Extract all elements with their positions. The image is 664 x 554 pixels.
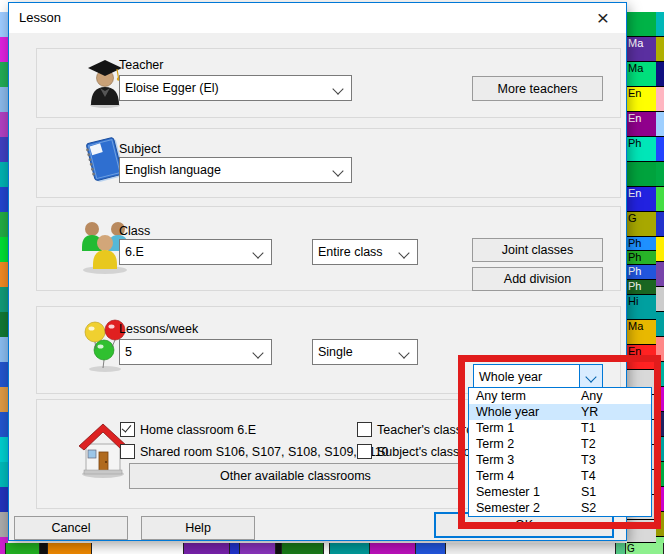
dialog-titlebar: Lesson × <box>9 3 626 33</box>
term-combobox[interactable]: Whole year <box>473 364 603 389</box>
timetable-cell <box>416 543 446 554</box>
timetable-cell <box>0 137 8 162</box>
timetable-cell <box>656 387 664 412</box>
timetable-cell <box>0 487 8 512</box>
term-option-t1[interactable]: Term 1T1 <box>469 420 651 436</box>
timetable-cell: Ph <box>627 280 656 295</box>
timetable-cell <box>0 512 8 537</box>
timetable-cell <box>0 387 8 412</box>
other-classrooms-button[interactable]: Other available classrooms <box>129 463 462 489</box>
subject-combobox[interactable]: English language <box>119 157 352 183</box>
timetable-cell <box>0 12 8 37</box>
teacher-combobox[interactable]: Eloise Egger (El) <box>119 75 352 101</box>
timetable-cell <box>0 287 8 312</box>
timetable-cell <box>656 12 664 37</box>
timetable-cell <box>446 543 616 554</box>
subject-section: Subject English language <box>36 128 621 198</box>
timetable-cell <box>240 543 276 554</box>
term-option-t3[interactable]: Term 3T3 <box>469 452 651 468</box>
class-label: Class <box>119 224 150 238</box>
timetable-cell <box>0 87 8 112</box>
timetable-cell <box>6 543 40 554</box>
timetable-cell <box>0 237 8 262</box>
term-option-t4[interactable]: Term 4T4 <box>469 468 651 484</box>
timetable-cell <box>0 187 8 212</box>
joint-classes-button[interactable]: Joint classes <box>472 238 603 262</box>
timetable-cell <box>0 162 8 187</box>
class-scope-combobox[interactable]: Entire class <box>312 239 418 265</box>
timetable-cell <box>0 37 8 62</box>
term-option-s2[interactable]: Semester 2S2 <box>469 500 651 516</box>
lessons-label: Lessons/week <box>119 322 198 336</box>
timetable-cell <box>656 37 664 62</box>
shared-room-checkbox[interactable] <box>120 444 135 459</box>
teacher-label: Teacher <box>119 58 163 72</box>
timetable-cell <box>0 337 8 362</box>
more-teachers-button[interactable]: More teachers <box>472 76 603 101</box>
timetable-cell <box>230 543 240 554</box>
term-dropdown-list: Any termAnyWhole yearYRTerm 1T1Term 2T2T… <box>468 387 652 517</box>
subjects-classrooms-checkbox[interactable] <box>357 444 372 459</box>
class-combobox[interactable]: 6.E <box>119 239 272 265</box>
timetable-cell <box>627 12 656 37</box>
timetable-cell <box>656 137 664 162</box>
teachers-classrooms-checkbox[interactable] <box>357 422 372 437</box>
timetable-left-strip <box>0 0 8 554</box>
timetable-cell <box>656 312 664 337</box>
timetable-cell <box>184 543 230 554</box>
chevron-down-icon <box>332 165 343 176</box>
timetable-cell <box>656 362 664 387</box>
timetable-cell <box>0 362 8 387</box>
timetable-cell <box>656 262 664 287</box>
timetable-cell <box>656 337 664 362</box>
timetable-cell <box>0 412 8 437</box>
term-option-yr[interactable]: Whole yearYR <box>469 404 651 420</box>
chevron-down-icon <box>332 83 343 94</box>
class-section: Class 6.E Entire class Joint classes Add… <box>36 206 621 291</box>
timetable-cell <box>656 287 664 312</box>
timetable-cell <box>0 62 8 87</box>
close-icon[interactable]: × <box>588 5 618 31</box>
term-option-s1[interactable]: Semester 1S1 <box>469 484 651 500</box>
term-option-t2[interactable]: Term 2T2 <box>469 436 651 452</box>
add-division-button[interactable]: Add division <box>472 267 603 291</box>
timetable-cell: Ma <box>627 37 656 62</box>
timetable-cell <box>0 312 8 337</box>
timetable-cell: G <box>627 212 656 237</box>
timetable-cell <box>627 162 656 187</box>
timetable-cell <box>656 237 664 262</box>
timetable-cell <box>656 187 664 212</box>
cancel-button[interactable]: Cancel <box>14 516 128 540</box>
shared-room-row: Shared room S106, S107, S108, S109, S110 <box>120 444 389 459</box>
class-combobox-value: 6.E <box>125 245 144 259</box>
term-combobox-arrow[interactable] <box>579 365 602 388</box>
timetable-cell <box>656 412 664 437</box>
timetable-bottom-row: G <box>0 543 664 554</box>
chevron-down-icon <box>252 347 263 358</box>
lessons-distribution-combobox[interactable]: Single <box>312 339 418 365</box>
timetable-cell <box>48 543 92 554</box>
lessons-combobox[interactable]: 5 <box>119 339 272 365</box>
chevron-down-icon <box>398 247 409 258</box>
lessons-combobox-value: 5 <box>125 345 132 359</box>
home-classroom-checkbox[interactable] <box>120 422 135 437</box>
lessons-distribution-value: Single <box>318 345 353 359</box>
subject-label: Subject <box>119 142 161 156</box>
help-button[interactable]: Help <box>141 516 255 540</box>
timetable-cell <box>0 0 8 12</box>
timetable-cell <box>656 162 664 187</box>
timetable-cell: Ma <box>627 320 656 345</box>
timetable-cell: En <box>627 345 656 370</box>
term-option-any[interactable]: Any termAny <box>469 388 651 404</box>
timetable-right-edge-column <box>656 0 664 554</box>
timetable-cell <box>92 543 184 554</box>
class-scope-value: Entire class <box>318 245 383 259</box>
timetable-cell: G <box>626 543 664 554</box>
timetable-cell: Ph <box>627 265 656 280</box>
timetable-cell <box>656 487 664 512</box>
dialog-title: Lesson <box>19 10 61 25</box>
timetable-cell: En <box>627 187 656 212</box>
timetable-cell: Ph <box>627 251 656 265</box>
timetable-cell <box>0 437 8 462</box>
timetable-cell: En <box>627 87 656 112</box>
